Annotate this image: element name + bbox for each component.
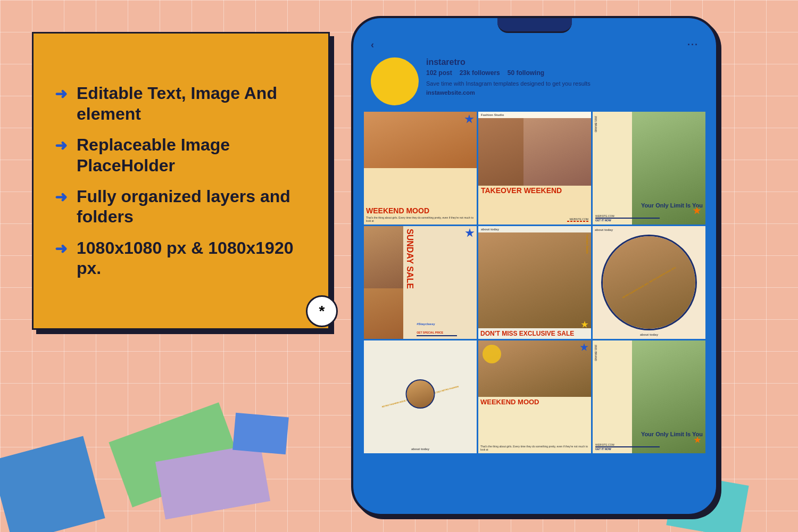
post-7-about: about today — [364, 447, 477, 451]
post-4-cta: GET SPECIAL PRICE — [417, 331, 475, 334]
post-8-title: WEEKEND MOOD — [480, 399, 589, 405]
post-cell-3[interactable]: 2021 BRAND Your Only Limit Is You WEBSIT… — [593, 112, 705, 225]
post-2-label: Fashion Studio — [478, 112, 591, 118]
feature-item-2: ➜ Replaceable Image PlaceHolder — [55, 135, 307, 176]
post-9-limit-text: Your Only Limit Is You — [595, 431, 703, 437]
arrow-icon-1: ➜ — [55, 85, 67, 103]
profile-info: instaretro 102 post 23k followers 50 fol… — [426, 57, 699, 96]
phone-screen: ‹ ··· instaretro 102 post 23k followers … — [353, 18, 716, 514]
feature-item-1: ➜ Editable Text, Image And element — [55, 83, 307, 124]
stat-followers: 23k followers — [460, 69, 500, 77]
post-4-title: SUNDAY SALE — [405, 229, 413, 289]
post-1-title: WEEKEND MOOD — [366, 207, 475, 214]
status-bar: ‹ ··· — [363, 37, 706, 55]
post-cell-9[interactable]: 2021 BRAND Your Only Limit Is You WEBSIT… — [593, 340, 705, 453]
post-6-about: about today — [640, 333, 658, 336]
stat-following: 50 following — [508, 69, 544, 77]
post-3-limit-text: Your Only Limit Is You — [595, 202, 703, 209]
posts-grid: WEEKEND MOOD That's the thing about girl… — [363, 112, 706, 453]
feature-item-3: ➜ Fully organized layers and folders — [55, 186, 307, 227]
post-1-subtitle: That's the thing about girls. Every time… — [366, 216, 475, 222]
profile-section: instaretro 102 post 23k followers 50 fol… — [363, 55, 706, 112]
profile-username: instaretro — [426, 57, 699, 67]
phone-frame: ‹ ··· instaretro 102 post 23k followers … — [351, 16, 718, 516]
arrow-icon-4: ➜ — [55, 240, 67, 257]
post-2-title: Takeover Weekend — [481, 187, 588, 194]
post-cell-2[interactable]: Fashion Studio Takeover Weekend WEBSITE.… — [478, 112, 591, 225]
post-cell-1[interactable]: WEEKEND MOOD That's the thing about girl… — [364, 112, 477, 225]
post-cell-6[interactable]: about today RETRO FASHION ISSUE 2021 "RE… — [593, 226, 705, 339]
feature-card: ➜ Editable Text, Image And element ➜ Rep… — [32, 32, 330, 330]
post-9-cta: GET IT NOW — [595, 447, 703, 451]
profile-stats: 102 post 23k followers 50 following — [426, 69, 699, 77]
feature-item-4: ➜ 1080x1080 px & 1080x1920 px. — [55, 238, 307, 279]
feature-text-2: Replaceable Image PlaceHolder — [77, 135, 307, 176]
asterisk-badge: * — [306, 295, 338, 327]
more-options-icon[interactable]: ··· — [687, 39, 699, 51]
post-5-title: Don't Miss Exclusive Sale — [480, 330, 589, 337]
post-cell-7[interactable]: RETRO FASHION ISSUE 2021 "RETRO FASHION … — [364, 340, 477, 453]
post-cell-4[interactable]: SUNDAY SALE #Stayclassy GET SPECIAL PRIC… — [364, 226, 477, 339]
feature-text-4: 1080x1080 px & 1080x1920 px. — [77, 238, 307, 279]
profile-website[interactable]: instawebsite.com — [426, 89, 699, 96]
feature-text-3: Fully organized layers and folders — [77, 186, 307, 227]
phone-wrapper: ‹ ··· instaretro 102 post 23k followers … — [351, 16, 718, 516]
phone-notch — [497, 18, 572, 33]
post-5-label: about today — [478, 226, 591, 232]
arrow-icon-3: ➜ — [55, 188, 67, 206]
decorative-shape-small-blue — [232, 413, 289, 454]
post-3-brand: 2021 BRAND — [594, 116, 597, 132]
post-8-subtitle: That's the thing about girls. Every time… — [480, 445, 589, 451]
asterisk-symbol: * — [319, 303, 325, 320]
post-3-cta: GET IT NOW — [595, 219, 703, 222]
profile-avatar — [371, 57, 419, 105]
arrow-icon-2: ➜ — [55, 137, 67, 154]
post-cell-5[interactable]: about today Fashion Studio Don't Miss Ex… — [478, 226, 591, 339]
feature-text-1: Editable Text, Image And element — [77, 83, 307, 124]
post-9-brand: 2021 BRAND — [594, 345, 597, 361]
post-4-tag: #Stayclassy — [417, 322, 475, 326]
stat-posts: 102 post — [426, 69, 452, 77]
back-arrow-icon[interactable]: ‹ — [371, 39, 374, 51]
starburst-icon-4 — [465, 228, 475, 238]
profile-bio: Save time with Instagram templates desig… — [426, 80, 699, 87]
post-cell-8[interactable]: WEEKEND MOOD That's the thing about girl… — [478, 340, 591, 453]
